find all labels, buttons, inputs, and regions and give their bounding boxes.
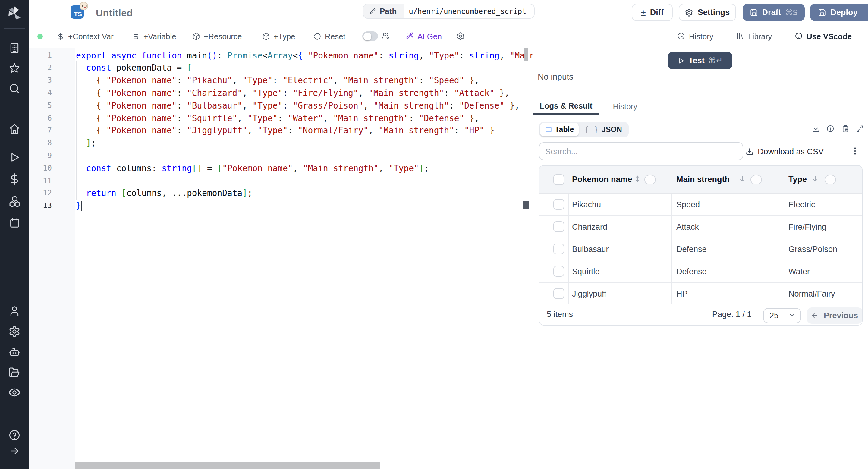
question-icon[interactable] <box>0 429 29 441</box>
code-line[interactable]: 9 <box>29 150 533 162</box>
row-checkbox[interactable] <box>553 221 564 232</box>
test-button[interactable]: Test ⌘↵ <box>668 52 733 69</box>
row-checkbox[interactable] <box>553 288 564 299</box>
column-toggle[interactable] <box>750 175 762 184</box>
toolbar-resource-button[interactable]: +Resource <box>192 25 242 48</box>
sort-updown-icon[interactable] <box>633 175 641 183</box>
calendar-icon[interactable] <box>0 217 29 228</box>
robot-icon[interactable] <box>0 346 29 358</box>
cell-type: Water <box>788 260 810 282</box>
draft-button[interactable]: Draft ⌘S <box>743 4 805 21</box>
page-size-select[interactable]: 25 <box>763 308 801 323</box>
table-row[interactable]: JigglypuffHPNormal/Fairy <box>539 283 862 305</box>
code-line[interactable]: 6 { "Pokemon name": "Squirtle", "Type": … <box>29 112 533 124</box>
eye-icon[interactable] <box>0 386 29 399</box>
clipboard-icon[interactable] <box>841 125 849 133</box>
download-icon[interactable] <box>812 125 820 133</box>
person-icon[interactable] <box>0 305 29 317</box>
kebab-menu-button[interactable] <box>850 147 860 156</box>
line-number: 13 <box>29 199 52 212</box>
code-line[interactable]: 8 ]; <box>29 137 533 150</box>
reset-icon <box>313 32 321 40</box>
code-line[interactable]: 5 { "Pokemon name": "Bulbasaur", "Type":… <box>29 99 533 112</box>
path-value[interactable]: u/henri/unencumbered_script <box>404 7 526 15</box>
table-row[interactable]: BulbasaurDefenseGrass/Poison <box>539 238 862 260</box>
code-line[interactable]: 7 { "Pokemon name": "Jigglypuff", "Type"… <box>29 124 533 137</box>
gear-icon <box>456 32 465 40</box>
save-icon <box>818 8 826 17</box>
previous-page-button[interactable]: Previous <box>806 307 862 323</box>
cell-strength: Attack <box>676 216 699 238</box>
row-checkbox[interactable] <box>553 244 564 254</box>
tab-history[interactable]: History <box>601 98 649 115</box>
dollar-icon[interactable] <box>0 173 29 185</box>
column-toggle[interactable] <box>644 175 656 184</box>
column-toggle[interactable] <box>825 175 836 184</box>
cell-type: Grass/Poison <box>788 238 837 260</box>
expand-icon[interactable] <box>856 125 864 133</box>
play-icon <box>678 57 685 64</box>
tab-logs-result[interactable]: Logs & Result <box>533 98 598 115</box>
page-label: Page: 1 / 1 <box>712 310 752 319</box>
column-header[interactable]: Pokemon name <box>572 175 632 184</box>
toolbar-history-button[interactable]: History <box>677 25 713 48</box>
code-line[interactable]: 11 <box>29 175 533 187</box>
toolbar-reset-button[interactable]: Reset <box>313 25 345 48</box>
arrow-right-icon[interactable] <box>0 445 29 456</box>
play-icon[interactable] <box>0 151 29 163</box>
column-divider <box>784 216 784 238</box>
deploy-button[interactable]: Deploy <box>810 4 868 21</box>
ai-toggle[interactable] <box>362 31 378 41</box>
view-json-button[interactable]: { } JSON <box>579 125 627 134</box>
star-icon[interactable] <box>0 62 29 74</box>
column-divider <box>568 260 569 282</box>
code-line[interactable]: 4 { "Pokemon name": "Charizard", "Type":… <box>29 87 533 99</box>
gear-icon[interactable] <box>0 325 29 338</box>
column-header[interactable]: Main strength <box>676 175 730 184</box>
code-editor[interactable]: 1export async function main(): Promise<A… <box>29 48 533 469</box>
toolbar-use-vscode-button[interactable]: Use VScode <box>795 25 852 48</box>
editor-settings-button[interactable] <box>456 25 465 48</box>
table-row[interactable]: SquirtleDefenseWater <box>539 260 862 283</box>
view-table-button[interactable]: Table <box>540 123 579 136</box>
sort-down-icon[interactable] <box>738 175 746 183</box>
search-input[interactable] <box>538 142 743 160</box>
code-line[interactable]: 2 const pokemonData = [ <box>29 62 533 74</box>
diff-button[interactable]: ± Diff <box>632 4 673 21</box>
box-icon <box>262 32 270 40</box>
code-line[interactable]: 3 { "Pokemon name": "Pikachu", "Type": "… <box>29 74 533 87</box>
toolbar-variable-button[interactable]: +Variable <box>132 25 176 48</box>
info-icon[interactable] <box>827 125 834 133</box>
toolbar-contextvar-button[interactable]: +Context Var <box>57 25 114 48</box>
code-line[interactable]: 12 return [columns, ...pokemonData]; <box>29 187 533 200</box>
settings-button[interactable]: Settings <box>679 4 736 21</box>
code-line[interactable]: 10 const columns: string[] = ["Pokemon n… <box>29 162 533 175</box>
column-divider <box>784 238 784 260</box>
toolbar-type-button[interactable]: +Type <box>262 25 296 48</box>
line-number: 9 <box>29 150 52 162</box>
toolbar-library-button[interactable]: Library <box>736 25 772 48</box>
windmill-logo[interactable] <box>0 5 29 22</box>
folder-icon[interactable] <box>0 366 29 378</box>
cubes-icon[interactable] <box>0 194 29 207</box>
ai-gen-button[interactable]: AI Gen <box>406 25 442 48</box>
home-icon[interactable] <box>0 123 29 135</box>
code-text: { "Pokemon name": "Squirtle", "Type": "W… <box>76 112 479 124</box>
users-icon[interactable] <box>381 25 390 48</box>
select-all-checkbox[interactable] <box>553 174 564 185</box>
row-checkbox[interactable] <box>553 199 564 210</box>
table-row[interactable]: CharizardAttackFire/Flying <box>539 216 862 238</box>
building-icon[interactable] <box>0 42 29 54</box>
search-icon[interactable] <box>0 82 29 94</box>
download-csv-button[interactable]: Download as CSV <box>746 147 824 156</box>
editor-vertical-scrollbar[interactable] <box>524 48 528 61</box>
column-header[interactable]: Type <box>788 175 807 184</box>
diff-icon: ± <box>641 7 646 18</box>
code-line[interactable]: 1export async function main(): Promise<A… <box>29 49 533 62</box>
row-checkbox[interactable] <box>553 266 564 277</box>
editor-horizontal-scrollbar[interactable] <box>75 462 380 469</box>
script-title[interactable]: Untitled <box>96 8 133 19</box>
table-row[interactable]: PikachuSpeedElectric <box>539 193 862 216</box>
path-field[interactable]: Path u/henri/unencumbered_script <box>363 4 535 19</box>
sort-down-icon[interactable] <box>811 175 819 183</box>
